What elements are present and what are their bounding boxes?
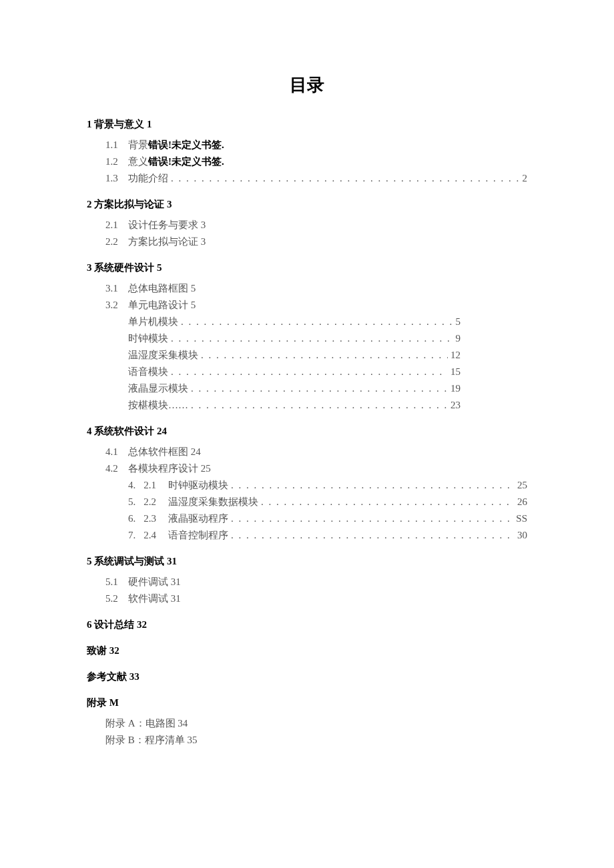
entry-label: 按椹模块…… <box>128 399 188 412</box>
entry-page: 26 <box>517 496 527 508</box>
entry-index: 1.3 <box>105 173 128 184</box>
dot-leader <box>231 480 515 491</box>
section-1-subs: 1.1 背景 错误!未定义书签. 1.2 意义 错误!未定义书签. 1.3 功能… <box>87 139 527 185</box>
dot-leader <box>201 350 448 361</box>
section-4-subs: 4.1 总体软件框图 24 4.2 各模块程序设计 25 <box>87 446 527 475</box>
entry-num: 2.2 <box>143 496 156 508</box>
entry-label: 硬件调试 31 <box>128 576 181 588</box>
entry-num: 2.1 <box>143 480 156 491</box>
entry-label: 设计任务与要求 3 <box>128 219 206 232</box>
section-5-subs: 5.1 硬件调试 31 5.2 软件调试 31 <box>87 576 527 605</box>
entry-page: SS <box>516 513 527 524</box>
toc-entry-5-1: 5.1 硬件调试 31 <box>105 576 527 588</box>
dot-leader <box>231 513 513 524</box>
entry-index: 2.2 <box>105 236 128 248</box>
heading-3: 3 系统硬件设计 5 <box>87 262 527 274</box>
heading-6: 6 设计总结 32 <box>87 618 527 631</box>
toc-entry-2-1: 2.1 设计任务与要求 3 <box>105 219 527 232</box>
toc-entry-3-1: 3.1 总体电路框图 5 <box>105 282 527 295</box>
entry-page: 30 <box>517 530 527 541</box>
entry-label: 单片机模块 <box>128 316 178 328</box>
section-4-subsubs: 4. 2.1 时钟驱动模块 25 5. 2.2 温湿度采集数据模块 26 6. … <box>87 479 527 542</box>
entry-label: 功能介绍 <box>128 172 168 185</box>
entry-page: 15 <box>450 366 460 378</box>
entry-page: 23 <box>450 400 460 411</box>
toc-entry-4-2-1: 4. 2.1 时钟驱动模块 25 <box>128 479 527 492</box>
dot-leader <box>261 496 515 508</box>
entry-index: 1.2 <box>105 156 128 167</box>
module-entry: 单片机模块 5 <box>128 316 527 328</box>
appendix-b: 附录 B：程序清单 35 <box>105 734 527 747</box>
entry-num: 2.4 <box>143 530 156 541</box>
dot-leader <box>181 316 453 328</box>
entry-page: 19 <box>450 383 460 394</box>
entry-index: 3.1 <box>105 283 128 294</box>
entry-page: 25 <box>517 480 527 491</box>
module-entry: 液晶显示模块 19 <box>128 382 527 395</box>
toc-entry-1-1: 1.1 背景 错误!未定义书签. <box>105 139 527 151</box>
entry-label: 总体软件框图 24 <box>128 446 201 458</box>
entry-label: 意义 <box>128 155 148 168</box>
toc-entry-3-2: 3.2 单元电路设计 5 <box>105 299 527 312</box>
entry-num: 2.3 <box>143 513 156 524</box>
toc-entry-1-2: 1.2 意义 错误!未定义书签. <box>105 155 527 168</box>
toc-entry-4-2-3: 6. 2.3 液晶驱动程序 SS <box>128 512 527 525</box>
entry-index: 4.2 <box>105 463 128 474</box>
entry-page: 12 <box>450 350 460 361</box>
entry-label: 温湿度采集模块 <box>128 349 198 362</box>
entry-prefix: 4. <box>128 480 135 491</box>
toc-entry-5-2: 5.2 软件调试 31 <box>105 592 527 605</box>
entry-prefix: 5. <box>128 496 135 508</box>
entry-label: 语音模块 <box>128 366 168 378</box>
bookmark-error: 错误!未定义书签. <box>148 139 224 151</box>
entry-index: 4.1 <box>105 446 128 458</box>
entry-label: 语音控制程序 <box>168 529 228 542</box>
entry-label: 软件调试 31 <box>128 592 181 605</box>
heading-5: 5 系统调试与测试 31 <box>87 555 527 568</box>
heading-1: 1 背景与意义 1 <box>87 118 527 131</box>
section-3-subs: 3.1 总体电路框图 5 3.2 单元电路设计 5 <box>87 282 527 312</box>
heading-ack: 致谢 32 <box>87 644 527 657</box>
entry-label: 单元电路设计 5 <box>128 299 196 312</box>
module-entry: 时钟模块 9 <box>128 332 527 345</box>
entry-prefix: 6. <box>128 513 135 524</box>
module-entry: 语音模块 15 <box>128 366 527 378</box>
entry-index: 1.1 <box>105 139 128 151</box>
heading-appendix: 附录 M <box>87 697 527 709</box>
heading-4: 4 系统软件设计 24 <box>87 425 527 438</box>
dot-leader <box>191 383 448 394</box>
entry-page: 5 <box>456 316 461 328</box>
toc-entry-1-3: 1.3 功能介绍 2 <box>105 172 527 185</box>
section-3-modules: 单片机模块 5 时钟模块 9 温湿度采集模块 12 语音模块 15 液晶显示模块… <box>87 316 527 412</box>
entry-page: 9 <box>456 333 461 344</box>
toc-entry-2-2: 2.2 方案比拟与论证 3 <box>105 236 527 248</box>
dot-leader <box>171 333 453 344</box>
entry-label: 方案比拟与论证 3 <box>128 236 206 248</box>
entry-index: 5.2 <box>105 593 128 604</box>
dot-leader <box>171 173 520 184</box>
entry-label: 液晶驱动程序 <box>168 512 228 525</box>
appendix-block: 附录 A：电路图 34 附录 B：程序清单 35 <box>87 717 527 747</box>
dot-leader <box>191 400 448 411</box>
bookmark-error: 错误!未定义书签. <box>148 155 224 168</box>
entry-index: 3.2 <box>105 300 128 311</box>
heading-2: 2 方案比拟与论证 3 <box>87 198 527 211</box>
entry-label: 总体电路框图 5 <box>128 282 196 295</box>
heading-refs: 参考文献 33 <box>87 671 527 683</box>
toc-entry-4-2-2: 5. 2.2 温湿度采集数据模块 26 <box>128 496 527 508</box>
entry-label: 温湿度采集数据模块 <box>168 496 258 508</box>
dot-leader <box>231 530 515 541</box>
dot-leader <box>171 366 448 378</box>
toc-entry-4-1: 4.1 总体软件框图 24 <box>105 446 527 458</box>
module-entry: 按椹模块…… 23 <box>128 399 527 412</box>
entry-page: 2 <box>523 173 528 184</box>
entry-label: 各模块程序设计 25 <box>128 462 211 475</box>
module-entry: 温湿度采集模块 12 <box>128 349 527 362</box>
entry-index: 2.1 <box>105 220 128 231</box>
entry-label: 时钟模块 <box>128 332 168 345</box>
entry-index: 5.1 <box>105 576 128 588</box>
entry-prefix: 7. <box>128 530 135 541</box>
section-2-subs: 2.1 设计任务与要求 3 2.2 方案比拟与论证 3 <box>87 219 527 248</box>
appendix-a: 附录 A：电路图 34 <box>105 717 527 730</box>
toc-title: 目录 <box>87 73 527 97</box>
